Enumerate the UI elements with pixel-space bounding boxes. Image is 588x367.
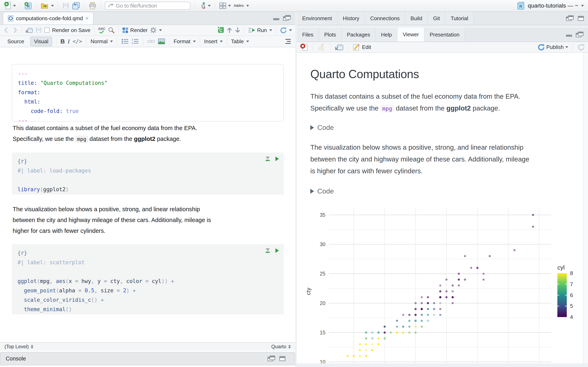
editor-tab[interactable]: computations-code-fold.qmd × — [3, 12, 94, 25]
rerun-source-icon[interactable] — [280, 27, 287, 34]
render-icon — [122, 27, 129, 33]
go-next-section-icon[interactable] — [235, 27, 241, 33]
tab-environment[interactable]: Environment — [297, 12, 337, 25]
format-menu[interactable]: Format — [173, 38, 196, 45]
visual-mode-button[interactable]: Visual — [30, 37, 52, 46]
refresh-viewer-icon[interactable] — [577, 43, 585, 51]
editor-statusbar: (Top Level) Quarto — [0, 342, 295, 351]
code-fold-toggle-1[interactable]: Code — [310, 124, 334, 132]
code-chunk-scatterplot[interactable]: {r}#| label: scatterplotggplot(mpg, aes(… — [12, 244, 284, 314]
tab-presentation[interactable]: Presentation — [424, 28, 465, 42]
editor-toolbar: Render on Save ABC Render C R — [0, 25, 295, 36]
spellcheck-icon[interactable]: ABC — [98, 27, 105, 33]
run-chunks-above-icon[interactable] — [266, 248, 270, 253]
tab-tutorial[interactable]: Tutorial — [445, 12, 474, 25]
svg-text:6: 6 — [570, 292, 573, 298]
tab-close-icon[interactable]: × — [85, 15, 89, 22]
scope-selector[interactable]: (Top Level) — [4, 344, 33, 350]
code-format-button[interactable]: </> — [72, 38, 82, 44]
run-chunks-above-icon[interactable] — [266, 157, 270, 161]
code-fold-toggle-2[interactable]: Code — [310, 187, 334, 195]
paragraph-style-select[interactable]: Normal — [90, 38, 113, 45]
version-control-button[interactable]: G — [199, 2, 211, 10]
addins-caret-icon — [246, 5, 249, 7]
save-icon[interactable] — [35, 27, 42, 33]
workspace-panes-button[interactable] — [219, 2, 231, 9]
run-button[interactable]: Run — [248, 27, 267, 33]
minimize-pane-icon[interactable] — [566, 35, 572, 37]
cascade-panes-icon[interactable] — [576, 32, 584, 38]
back-icon[interactable] — [3, 27, 9, 33]
new-file-button[interactable] — [4, 2, 16, 10]
tab-viewer[interactable]: Viewer — [397, 28, 424, 42]
publish-button[interactable]: Publish — [537, 43, 568, 51]
render-on-save-checkbox[interactable] — [44, 27, 50, 33]
viewer-document[interactable]: Quarto Computations This dataset contain… — [297, 53, 588, 363]
render-button[interactable]: Render — [122, 27, 148, 33]
minimize-pane-icon[interactable] — [273, 18, 279, 20]
render-caret-icon[interactable] — [159, 29, 162, 31]
clear-viewer-broom-icon[interactable] — [318, 43, 326, 51]
numbered-list-icon[interactable]: 12 — [131, 38, 139, 44]
console-header[interactable]: Console — [0, 352, 295, 365]
table-menu[interactable]: Table — [231, 38, 249, 45]
search-icon[interactable] — [108, 27, 114, 33]
maximize-pane-icon[interactable] — [578, 16, 584, 21]
tab-plots[interactable]: Plots — [319, 28, 342, 42]
code-fold-label: Code — [317, 187, 334, 195]
cascade-panes-icon[interactable] — [268, 356, 276, 362]
addins-menu[interactable]: Addins — [234, 4, 249, 8]
popout-editor-icon[interactable] — [26, 27, 33, 33]
run-chunk-icon[interactable] — [276, 248, 279, 253]
tab-history[interactable]: History — [337, 12, 365, 25]
tab-build[interactable]: Build — [405, 12, 428, 25]
italic-button[interactable]: I — [68, 38, 70, 45]
tab-packages[interactable]: Packages — [342, 28, 376, 42]
yaml-block[interactable]: ---title: "Quarto Computations"format: h… — [12, 64, 284, 122]
goto-file-input[interactable]: Go to file/function — [105, 2, 190, 10]
print-button[interactable] — [89, 2, 96, 9]
tab-connections[interactable]: Connections — [365, 12, 405, 25]
viewer-scrollbar[interactable] — [583, 53, 588, 363]
bullet-list-icon[interactable] — [121, 38, 129, 44]
editor-paragraph-2[interactable]: The visualization below shows a positive… — [13, 204, 282, 236]
editor-canvas[interactable]: ---title: "Quarto Computations"format: h… — [0, 47, 295, 342]
popout-viewer-icon[interactable] — [335, 43, 343, 51]
insert-chunk-button[interactable]: C — [217, 26, 224, 35]
project-menu[interactable]: R quarto-tutorials — ~ — [517, 2, 584, 10]
tab-files[interactable]: Files — [297, 28, 319, 42]
editor-paragraph-1[interactable]: This dataset contains a subset of the fu… — [13, 123, 282, 145]
svg-text:15: 15 — [320, 330, 325, 335]
code-chunk-load-packages[interactable]: {r}#| label: load-packageslibrary(ggplot… — [12, 152, 284, 194]
run-caret-icon[interactable] — [269, 29, 272, 31]
run-chunk-icon[interactable] — [276, 157, 279, 161]
outline-toggle-icon[interactable] — [284, 39, 291, 44]
scope-label: (Top Level) — [4, 344, 29, 350]
publish-label: Publish — [546, 44, 564, 50]
version-control-caret-icon — [208, 5, 211, 7]
render-settings-gear-icon[interactable] — [150, 27, 156, 33]
tab-git[interactable]: Git — [428, 12, 445, 25]
viewer-stop-icon[interactable] — [300, 43, 308, 51]
svg-text:5: 5 — [570, 303, 573, 309]
filetype-selector[interactable]: Quarto — [271, 344, 291, 350]
fold-triangle-icon — [310, 189, 314, 194]
cascade-panes-icon[interactable] — [283, 15, 291, 21]
image-icon[interactable] — [158, 38, 165, 44]
insert-menu[interactable]: Insert — [204, 38, 223, 45]
edit-button[interactable]: Edit — [353, 43, 371, 51]
save-button[interactable] — [62, 2, 69, 9]
source-mode-button[interactable]: Source — [4, 37, 27, 46]
source-caret-icon[interactable] — [289, 29, 292, 31]
new-project-button[interactable]: R — [24, 2, 33, 10]
go-prev-section-icon[interactable] — [227, 27, 232, 33]
open-file-button[interactable] — [41, 2, 54, 9]
link-icon[interactable] — [147, 38, 155, 44]
maximize-pane-icon[interactable] — [279, 356, 285, 361]
save-all-button[interactable] — [72, 2, 80, 9]
forward-icon[interactable] — [12, 27, 18, 33]
bold-button[interactable]: B — [61, 38, 65, 45]
tab-help[interactable]: Help — [376, 28, 397, 42]
cascade-panes-icon[interactable] — [566, 15, 574, 21]
viewer-tabbar: FilesPlotsPackagesHelpViewerPresentation — [297, 28, 588, 42]
